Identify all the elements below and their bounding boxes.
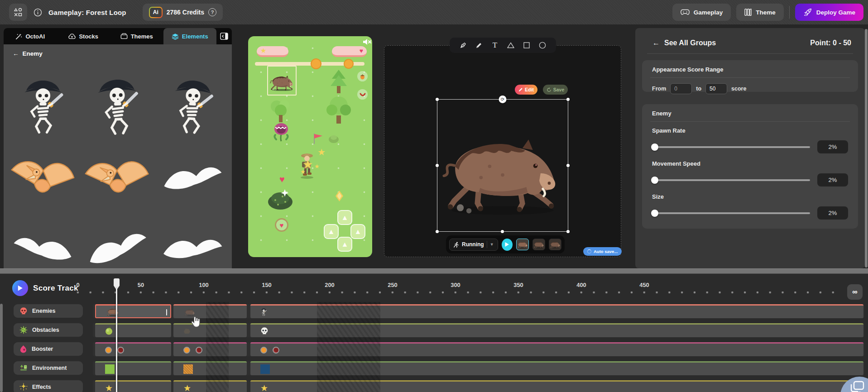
segment-booster-2[interactable] — [173, 342, 247, 356]
ruler-ticks[interactable] — [72, 290, 844, 295]
sprite-skeleton-1[interactable] — [19, 72, 67, 139]
sprite-pterodactyl-2[interactable] — [82, 153, 153, 204]
sprite-skeleton-3[interactable] — [167, 70, 218, 140]
slider-thumb[interactable] — [651, 143, 658, 151]
edit-button[interactable]: Edit — [515, 85, 537, 95]
track-label-obstacles[interactable]: Obstacles — [14, 323, 83, 337]
triangle-tool-icon[interactable] — [506, 40, 516, 50]
track-lane-booster[interactable] — [93, 342, 864, 356]
frame-thumbnail-3[interactable] — [549, 239, 561, 250]
tab-elements[interactable]: Elements — [163, 28, 217, 44]
frame-thumbnail-1[interactable] — [516, 239, 529, 250]
track-label-enemies[interactable]: Enemies — [14, 304, 83, 318]
pencil-tool-icon[interactable] — [474, 40, 484, 50]
segment-enemies-2[interactable] — [173, 304, 247, 318]
slider-thumb[interactable] — [651, 177, 658, 184]
track-label-booster[interactable]: Booster — [14, 342, 83, 356]
panel-resize-divider[interactable] — [0, 268, 868, 274]
skull-icon — [19, 307, 28, 315]
segment-effects-2[interactable]: ★ — [173, 380, 247, 392]
sprite-skeleton-2[interactable] — [91, 69, 144, 140]
collapse-panel-button[interactable] — [216, 28, 232, 44]
rock-mini — [183, 328, 191, 335]
track-lane-enemies[interactable] — [93, 304, 864, 318]
resize-handle[interactable] — [566, 98, 570, 101]
theme-icon — [744, 8, 752, 16]
deploy-game-button[interactable]: Deploy Game — [795, 4, 863, 21]
track-lane-obstacles[interactable] — [93, 323, 864, 337]
score-to-input[interactable] — [705, 83, 727, 94]
segment-booster-1[interactable] — [95, 342, 171, 356]
timeline-play-button[interactable] — [12, 280, 28, 296]
segment-environment-2[interactable] — [173, 361, 247, 375]
help-icon[interactable]: ? — [208, 8, 216, 16]
score-from-input[interactable] — [670, 83, 692, 94]
see-all-groups-button[interactable]: ← See All Groups — [652, 39, 716, 47]
spawn-rate-slider[interactable] — [652, 146, 810, 148]
tab-themes[interactable]: Themes — [110, 28, 163, 44]
tab-octoai[interactable]: OctoAI — [4, 28, 57, 44]
pen-tool-icon[interactable] — [458, 40, 468, 50]
game-preview[interactable]: ★ ♥ — [248, 36, 372, 257]
frame-thumbnail-2[interactable] — [532, 239, 545, 250]
theme-button[interactable]: Theme — [736, 4, 784, 21]
rotate-handle[interactable]: ⟳ — [499, 96, 507, 103]
animation-dropdown[interactable]: Running ▼ — [449, 239, 498, 251]
segment-effects-1[interactable]: ★ — [95, 380, 171, 392]
resize-handle[interactable] — [436, 230, 439, 233]
credits-pill[interactable]: Ai 2786 Credits ? — [143, 4, 223, 21]
game-shapes-button[interactable] — [9, 4, 27, 21]
segment-resize-handle[interactable] — [166, 309, 168, 316]
segment-environment-3[interactable] — [250, 361, 863, 375]
dpad-down-button[interactable]: ▲ — [337, 237, 352, 252]
sprite-white-bird-1[interactable] — [161, 162, 224, 196]
resize-handle[interactable] — [501, 230, 504, 233]
segment-effects-3[interactable]: ★ — [250, 380, 863, 392]
track-label-environment[interactable]: Environment — [14, 361, 83, 375]
timeline-scrollbar[interactable] — [0, 304, 3, 392]
selection-box[interactable]: ⟳ — [437, 99, 568, 232]
window-scrollbar[interactable] — [865, 29, 868, 268]
save-button[interactable]: Save — [543, 85, 568, 95]
sprite-white-bird-3[interactable] — [82, 226, 153, 268]
track-lane-environment[interactable] — [93, 361, 864, 375]
movement-speed-slider[interactable] — [652, 179, 810, 181]
booster-orange-token — [105, 347, 112, 354]
play-animation-button[interactable] — [502, 239, 513, 251]
rect-tool-icon[interactable] — [522, 40, 532, 50]
dpad-right-button[interactable]: ▲ — [350, 224, 365, 239]
resize-handle[interactable] — [566, 230, 570, 233]
segment-enemies-3[interactable] — [250, 304, 863, 318]
track-label-effects[interactable]: Effects — [14, 380, 83, 392]
sprite-pterodactyl-1[interactable] — [10, 157, 76, 201]
resize-handle[interactable] — [436, 98, 439, 101]
topbar: Gameplay: Forest Loop Ai 2786 Credits ? … — [0, 0, 868, 24]
sprite-white-bird-2[interactable] — [11, 232, 75, 266]
playhead-handle[interactable] — [114, 278, 120, 290]
segment-booster-3[interactable] — [250, 342, 863, 356]
back-to-groups[interactable]: ← Enemy — [4, 44, 232, 57]
segment-obstacles-2[interactable] — [173, 323, 247, 337]
info-icon[interactable] — [34, 8, 42, 17]
gameplay-button[interactable]: Gameplay — [672, 4, 731, 21]
runner-icon — [453, 242, 459, 248]
dpad-left-button[interactable]: ▲ — [324, 224, 339, 239]
text-tool-icon[interactable]: T — [490, 40, 500, 50]
tab-stocks[interactable]: Stocks — [57, 28, 110, 44]
preview-selected-boar[interactable] — [267, 66, 297, 96]
infinity-button[interactable]: ∞ — [847, 284, 863, 300]
track-row-environment: Environment — [0, 361, 868, 375]
segment-enemies-1[interactable] — [95, 304, 171, 318]
size-slider[interactable] — [652, 212, 810, 214]
segment-obstacles-1[interactable] — [95, 323, 171, 337]
sprite-white-bird-4[interactable] — [159, 229, 226, 268]
segment-environment-1[interactable] — [95, 361, 171, 375]
speaker-muted-icon[interactable] — [363, 38, 372, 46]
boar-sprite[interactable] — [438, 123, 567, 218]
slider-thumb[interactable] — [651, 210, 658, 217]
dpad-up-button[interactable]: ▲ — [337, 210, 352, 225]
skeleton-mini — [260, 307, 267, 316]
track-lane-effects[interactable]: ★ ★ ★ — [93, 380, 864, 392]
segment-obstacles-3[interactable] — [250, 323, 863, 337]
ellipse-tool-icon[interactable] — [537, 40, 547, 50]
